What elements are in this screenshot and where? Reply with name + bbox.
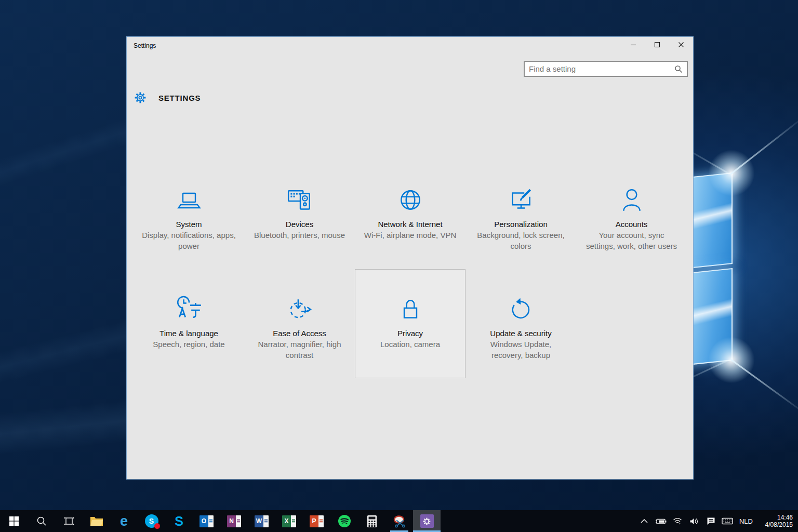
action-center-icon: [707, 517, 715, 525]
tile-network[interactable]: Network & Internet Wi-Fi, airplane mode,…: [355, 160, 466, 269]
tile-accounts[interactable]: Accounts Your account, sync settings, wo…: [576, 160, 687, 269]
gear-icon: [134, 91, 147, 104]
clock[interactable]: 14:46 4/08/2015: [759, 514, 793, 528]
tile-title: Personalization: [466, 220, 576, 229]
light-ray: [730, 116, 798, 175]
chevron-up-icon: [641, 519, 648, 523]
tile-personalization[interactable]: Personalization Background, lock screen,…: [466, 160, 576, 269]
keyboard-icon: [722, 517, 733, 525]
tile-subtitle: Location, camera: [363, 339, 458, 350]
maximize-button[interactable]: [645, 37, 669, 52]
date-label: 4/08/2015: [759, 521, 793, 528]
speaker-icon: [689, 517, 699, 525]
tile-subtitle: Speech, region, date: [142, 339, 236, 350]
tile-devices[interactable]: Devices Bluetooth, printers, mouse: [244, 160, 355, 269]
laptop-icon: [134, 185, 244, 215]
tile-subtitle: Your account, sync settings, work, other…: [584, 230, 679, 251]
settings-taskbar-button[interactable]: [413, 510, 441, 532]
task-view-icon: [63, 516, 75, 526]
battery-status[interactable]: [653, 510, 669, 532]
volume-status[interactable]: [686, 510, 702, 532]
action-center-button[interactable]: [702, 510, 719, 532]
search-icon[interactable]: [674, 65, 683, 73]
skype-icon: S: [145, 514, 158, 528]
tray-chevron-button[interactable]: [636, 510, 653, 532]
powerpoint-button[interactable]: P: [303, 510, 330, 532]
light-ray: [730, 358, 798, 415]
taskbar-search-button[interactable]: [28, 510, 55, 532]
tile-title: Update & security: [466, 329, 576, 338]
battery-charging-icon: [655, 518, 667, 525]
notification-badge: [154, 523, 160, 529]
maximize-icon: [654, 42, 660, 48]
tile-title: Ease of Access: [245, 329, 354, 338]
wifi-status[interactable]: [669, 510, 686, 532]
outlook-button[interactable]: O: [193, 510, 220, 532]
tile-privacy[interactable]: Privacy Location, camera: [355, 269, 466, 378]
monitor-brush-icon: [466, 185, 576, 215]
windows-logo-icon: [9, 516, 19, 526]
tile-title: Privacy: [355, 329, 465, 338]
start-button[interactable]: [0, 510, 28, 532]
settings-app-icon: [420, 514, 434, 528]
title-bar[interactable]: Settings: [127, 37, 693, 54]
task-view-button[interactable]: [55, 510, 83, 532]
skype-icon: S: [175, 514, 183, 529]
tile-title: Network & Internet: [355, 220, 465, 229]
snipping-tool-icon: [393, 514, 406, 528]
language-indicator[interactable]: NLD: [736, 517, 756, 525]
minimize-icon: [630, 42, 636, 48]
tile-title: Devices: [245, 220, 354, 229]
tile-time-language[interactable]: Time & language Speech, region, date: [134, 269, 244, 378]
excel-button[interactable]: X: [275, 510, 303, 532]
spotify-icon: [338, 514, 351, 528]
time-label: 14:46: [759, 514, 793, 521]
page-title: SETTINGS: [158, 94, 201, 102]
skype-secondary-button[interactable]: S: [165, 510, 193, 532]
window-title: Settings: [134, 42, 156, 49]
calculator-button[interactable]: [358, 510, 385, 532]
edge-button[interactable]: e: [110, 510, 138, 532]
person-icon: [577, 185, 686, 215]
tile-subtitle: Wi-Fi, airplane mode, VPN: [363, 230, 458, 241]
tile-title: Accounts: [577, 220, 686, 229]
taskbar: e S S O N: [0, 510, 798, 532]
powerpoint-icon: P: [310, 515, 324, 527]
tile-title: System: [134, 220, 244, 229]
search-icon: [36, 516, 47, 526]
tile-subtitle: Narrator, magnifier, high contrast: [252, 339, 347, 361]
minimize-button[interactable]: [621, 37, 645, 52]
tile-subtitle: Display, notifications, apps, power: [142, 230, 236, 251]
screen: Settings: [0, 0, 798, 532]
excel-icon: X: [282, 515, 296, 527]
close-icon: [678, 42, 684, 48]
tile-title: Time & language: [134, 329, 244, 338]
tile-update-security[interactable]: Update & security Windows Update, recove…: [466, 269, 576, 378]
word-button[interactable]: W: [248, 510, 275, 532]
globe-icon: [355, 185, 465, 215]
wifi-icon: [673, 517, 682, 525]
search-input[interactable]: [525, 64, 674, 73]
calculator-icon: [367, 515, 377, 528]
tile-subtitle: Windows Update, recovery, backup: [474, 339, 568, 361]
devices-icon: [245, 185, 354, 215]
system-tray: NLD 14:46 4/08/2015: [636, 510, 793, 532]
onenote-icon: N: [227, 515, 241, 527]
tile-ease-of-access[interactable]: Ease of Access Narrator, magnifier, high…: [244, 269, 355, 378]
settings-window: Settings: [126, 36, 694, 480]
onenote-button[interactable]: N: [220, 510, 248, 532]
clock-language-icon: [134, 295, 244, 324]
spotify-button[interactable]: [330, 510, 358, 532]
close-button[interactable]: [669, 37, 693, 52]
search-box: [524, 61, 688, 77]
snipping-tool-button[interactable]: [385, 510, 413, 532]
skype-button[interactable]: S: [138, 510, 165, 532]
file-explorer-button[interactable]: [83, 510, 110, 532]
folder-icon: [90, 515, 103, 527]
tile-subtitle: Background, lock screen, colors: [474, 230, 568, 251]
lock-icon: [355, 295, 465, 324]
settings-categories: System Display, notifications, apps, pow…: [134, 160, 687, 378]
touch-keyboard-button[interactable]: [719, 510, 736, 532]
tile-system[interactable]: System Display, notifications, apps, pow…: [134, 160, 244, 269]
edge-icon: e: [120, 514, 128, 528]
